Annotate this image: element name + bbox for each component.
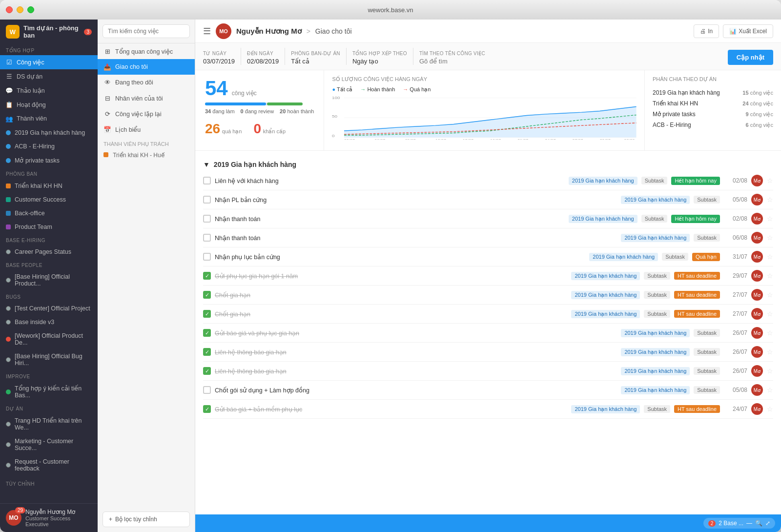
task-star-10[interactable]: ☆: [767, 348, 773, 356]
task-star-3[interactable]: ☆: [767, 215, 773, 223]
task-star-12[interactable]: ☆: [767, 386, 773, 394]
minimize-button[interactable]: [17, 6, 23, 13]
task-star-5[interactable]: ☆: [767, 253, 773, 261]
member-item[interactable]: Triển khai KH - Huế: [98, 149, 195, 161]
svg-text:30/07: 30/07: [600, 139, 611, 140]
fullscreen-button[interactable]: [27, 6, 34, 13]
sidebar-item-wework-official[interactable]: [Wework] Official Product De...: [0, 329, 98, 349]
dist-name-0: 2019 Gia hạn khách hàng: [653, 89, 720, 96]
task-checkbox-13[interactable]: ✓: [203, 405, 211, 413]
sidebar: W Tìm dự án - phòng ban 3 TỔNG HỢP ☑ Côn…: [0, 20, 98, 532]
search-chat-icon[interactable]: 🔍: [755, 520, 762, 527]
from-date-value[interactable]: 03/07/2019: [203, 58, 235, 65]
task-checkbox-8[interactable]: ✓: [203, 310, 211, 318]
table-row: Liên hệ với khách hàng 2019 Gia hạn khác…: [203, 171, 773, 190]
task-name-search-input[interactable]: [419, 58, 501, 65]
task-checkbox-11[interactable]: ✓: [203, 367, 211, 375]
sidebar-item-label: Tổng hợp ý kiến cải tiến Bas...: [15, 385, 92, 399]
task-checkbox-10[interactable]: ✓: [203, 348, 211, 356]
btn-update[interactable]: Cập nhật: [728, 50, 773, 65]
legend-overdue: → Quá hạn: [403, 86, 431, 93]
chat-pill[interactable]: 2 2 Base ... — 🔍 ⤢: [703, 518, 775, 529]
task-star-2[interactable]: ☆: [767, 196, 773, 204]
task-star-7[interactable]: ☆: [767, 291, 773, 299]
task-name-12: Chốt gói sử dụng + Làm hợp đồng: [215, 387, 617, 394]
sidebar-item-back-office[interactable]: Back-office: [0, 206, 98, 220]
task-star-8[interactable]: ☆: [767, 310, 773, 318]
filter-divider-4: [413, 48, 413, 65]
expand-icon[interactable]: ⤢: [765, 520, 770, 527]
task-nav-recurring[interactable]: ⟳ Công việc lặp lại: [98, 106, 195, 122]
sidebar-item-acb[interactable]: ACB - E-Hiring: [0, 140, 98, 153]
sidebar-item-gia-han[interactable]: 2019 Gia hạn khách hàng: [0, 125, 98, 140]
task-checkbox-2[interactable]: [203, 196, 211, 204]
task-checkbox-1[interactable]: [203, 177, 211, 184]
department-value[interactable]: Tất cả: [291, 58, 340, 65]
minimize-icon[interactable]: —: [746, 520, 752, 527]
sidebar-item-base-hiring-bug[interactable]: [Base Hiring] Official Bug Hiri...: [0, 349, 98, 370]
hamburger-icon[interactable]: ☰: [203, 26, 211, 37]
svg-text:21/07: 21/07: [518, 139, 529, 140]
btn-export-excel[interactable]: 📊 Xuất Excel: [723, 24, 773, 38]
filter-button[interactable]: + Bộ lọc tùy chỉnh: [103, 512, 190, 527]
sidebar-item-request-feedback[interactable]: Request - Customer feedback: [0, 455, 98, 475]
task-checkbox-12[interactable]: [203, 386, 211, 394]
task-date-13: 24/07: [728, 406, 747, 412]
task-checkbox-4[interactable]: [203, 234, 211, 242]
table-row: Nhận phụ lục bản cứng 2019 Gia hạn khách…: [203, 247, 773, 266]
task-star-11[interactable]: ☆: [767, 367, 773, 375]
close-button[interactable]: [6, 6, 13, 13]
sidebar-item-product-team[interactable]: Product Team: [0, 220, 98, 234]
task-group-header: ▼ 2019 Gia hạn khách hàng: [203, 156, 773, 171]
task-nav-schedule[interactable]: 📅 Lịch biểu: [98, 122, 195, 137]
btn-print[interactable]: 🖨 In: [694, 24, 719, 38]
task-checkbox-9[interactable]: ✓: [203, 329, 211, 337]
task-nav-following[interactable]: 👁 Đang theo dõi: [98, 75, 195, 90]
task-star-1[interactable]: ☆: [767, 177, 773, 184]
app-title[interactable]: W Tìm dự án - phòng ban: [6, 24, 84, 39]
sidebar-item-hoat-dong[interactable]: 📋 Hoạt động: [0, 98, 98, 112]
sidebar-item-trien-khai[interactable]: Triển khai KH HN: [0, 179, 98, 193]
task-checkbox-3[interactable]: [203, 215, 211, 223]
task-star-6[interactable]: ☆: [767, 272, 773, 280]
task-star-4[interactable]: ☆: [767, 234, 773, 242]
svg-text:18/07: 18/07: [491, 139, 501, 140]
task-name-6: Gửi phụ lục gia hạn gói 1 năm: [215, 272, 567, 280]
sidebar-item-mo-private[interactable]: Mở private tasks: [0, 153, 98, 167]
task-search-input[interactable]: [103, 24, 190, 38]
task-checkbox-6[interactable]: ✓: [203, 272, 211, 280]
sidebar-item-label: [Wework] Official Product De...: [15, 332, 92, 346]
sidebar-item-career-pages[interactable]: Career Pages Status: [0, 245, 98, 259]
sidebar-item-tong-hop[interactable]: Tổng hợp ý kiến cải tiến Bas...: [0, 381, 98, 402]
sidebar-item-ds-du-an[interactable]: ☰ DS dự án: [0, 69, 98, 83]
sidebar-item-test-center[interactable]: [Test Center] Official Project: [0, 302, 98, 315]
task-star-9[interactable]: ☆: [767, 329, 773, 337]
svg-text:0: 0: [332, 134, 335, 138]
task-nav-assigned[interactable]: 📥 Giao cho tôi: [98, 59, 195, 75]
group-by-label: TỔNG HỢP XẾP THEO: [352, 51, 407, 56]
task-date-11: 26/07: [728, 368, 747, 374]
sidebar-item-cong-viec[interactable]: ☑ Công việc: [0, 55, 98, 69]
task-star-13[interactable]: ☆: [767, 405, 773, 413]
task-avatar-9: Mơ: [751, 327, 763, 339]
filter-bar: TỪ NGÀY 03/07/2019 ĐẾN NGÀY 02/08/2019 P…: [195, 43, 781, 70]
sidebar-item-thanh-vien[interactable]: 👥 Thành viên: [0, 112, 98, 125]
sidebar-item-customer-success[interactable]: Customer Success: [0, 193, 98, 206]
to-date-value[interactable]: 02/08/2019: [247, 58, 279, 65]
sidebar-item-marketing[interactable]: Marketing - Customer Succe...: [0, 434, 98, 455]
group-by-value[interactable]: Ngày tạo: [352, 58, 407, 65]
checkbox-icon: ☑: [6, 59, 13, 66]
filter-from-date: TỪ NGÀY 03/07/2019: [203, 51, 235, 65]
task-type-tag-7: Subtask: [644, 291, 670, 299]
section-label-tuychinh: TÙY CHỈNH: [0, 475, 98, 489]
sidebar-item-thao-luan[interactable]: 💬 Thảo luận: [0, 83, 98, 98]
sidebar-item-trang-hd[interactable]: Trang HD Triển khai trên We...: [0, 413, 98, 434]
collapse-icon[interactable]: ▼: [203, 161, 210, 168]
task-nav-overview[interactable]: ⊞ Tổng quan công việc: [98, 43, 195, 59]
task-checkbox-5[interactable]: [203, 253, 211, 261]
progress-inprogress: [205, 102, 266, 105]
sidebar-item-base-hiring-official[interactable]: [Base Hiring] Official Product...: [0, 270, 98, 290]
task-checkbox-7[interactable]: ✓: [203, 291, 211, 299]
sidebar-item-base-inside[interactable]: Base inside v3: [0, 315, 98, 329]
task-nav-myteam[interactable]: ⊟ Nhân viên của tôi: [98, 90, 195, 106]
